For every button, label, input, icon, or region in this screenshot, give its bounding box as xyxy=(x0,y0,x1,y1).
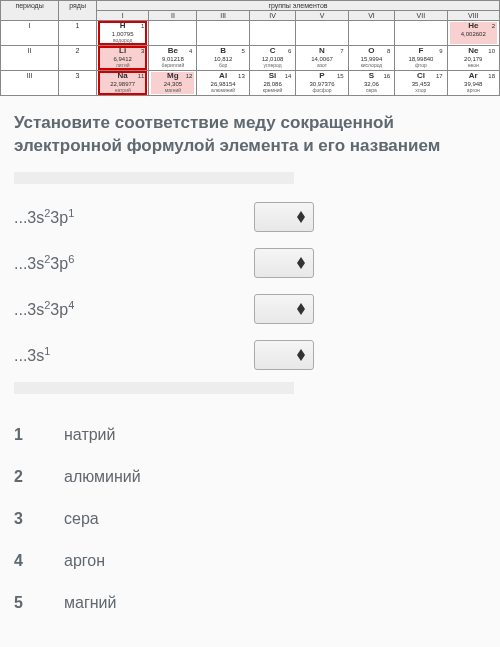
element-cell: 10Ne20,179неон xyxy=(447,46,499,71)
formula-text: ...3s23p4 xyxy=(14,299,254,319)
match-dropdown[interactable] xyxy=(254,340,314,370)
element-cell xyxy=(149,21,197,46)
element-cell: 13Al26,98154алюминий xyxy=(197,71,249,96)
row-cell: 1 xyxy=(59,21,97,46)
divider-bottom xyxy=(14,382,294,394)
svg-marker-5 xyxy=(297,309,305,315)
period-cell: I xyxy=(1,21,59,46)
periodic-table: периоды ряды группы элементов IIIIIIIVVV… xyxy=(0,0,500,96)
answer-number: 3 xyxy=(14,510,64,528)
period-cell: III xyxy=(1,71,59,96)
match-dropdown[interactable] xyxy=(254,248,314,278)
element-cell: 15P30,97376фосфор xyxy=(296,71,348,96)
answer-row: 3сера xyxy=(14,498,486,540)
match-dropdown[interactable] xyxy=(254,202,314,232)
col-rows: ряды xyxy=(59,1,97,21)
element-cell xyxy=(348,21,395,46)
answer-label: аргон xyxy=(64,552,105,570)
row-cell: 3 xyxy=(59,71,97,96)
element-cell: 2He4,002602 xyxy=(447,21,499,46)
element-cell: 14Si28,086кремний xyxy=(249,71,296,96)
element-cell: 1H1,00795водород xyxy=(97,21,149,46)
element-cell xyxy=(249,21,296,46)
answer-row: 4аргон xyxy=(14,540,486,582)
sort-icon xyxy=(297,349,305,361)
element-cell: 8O15,9994кислород xyxy=(348,46,395,71)
answer-label: магний xyxy=(64,594,116,612)
question-text: Установите соответствие меду сокращенной… xyxy=(0,96,500,168)
sort-icon xyxy=(297,211,305,223)
group-II: II xyxy=(149,11,197,21)
formula-text: ...3s23p6 xyxy=(14,253,254,273)
group-VI: VI xyxy=(348,11,395,21)
answer-label: алюминий xyxy=(64,468,141,486)
group-III: III xyxy=(197,11,249,21)
svg-marker-1 xyxy=(297,217,305,223)
answer-number: 1 xyxy=(14,426,64,444)
answer-row: 2алюминий xyxy=(14,456,486,498)
element-cell: 6C12,0108углерод xyxy=(249,46,296,71)
svg-marker-3 xyxy=(297,263,305,269)
group-VIII: VIII xyxy=(447,11,499,21)
divider-top xyxy=(14,172,294,184)
element-cell: 17Cl35,453хлор xyxy=(395,71,447,96)
answer-number: 2 xyxy=(14,468,64,486)
formula-row: ...3s23p4 xyxy=(0,286,500,332)
element-cell: 7N14,0067азот xyxy=(296,46,348,71)
group-V: V xyxy=(296,11,348,21)
group-VII: VII xyxy=(395,11,447,21)
period-cell: II xyxy=(1,46,59,71)
element-cell: 3Li6,9412литий xyxy=(97,46,149,71)
col-periods: периоды xyxy=(1,1,59,21)
answer-number: 4 xyxy=(14,552,64,570)
formula-row: ...3s23p6 xyxy=(0,240,500,286)
element-cell: 9F18,99840фтор xyxy=(395,46,447,71)
match-dropdown[interactable] xyxy=(254,294,314,324)
group-I: I xyxy=(97,11,149,21)
row-cell: 2 xyxy=(59,46,97,71)
group-title: группы элементов xyxy=(97,1,500,11)
sort-icon xyxy=(297,257,305,269)
element-cell: 18Ar39,948аргон xyxy=(447,71,499,96)
group-IV: IV xyxy=(249,11,296,21)
answer-label: сера xyxy=(64,510,99,528)
answer-row: 1натрий xyxy=(14,414,486,456)
formula-row: ...3s1 xyxy=(0,332,500,378)
answer-row: 5магний xyxy=(14,582,486,624)
answer-number: 5 xyxy=(14,594,64,612)
element-cell: 12Mg24,305магний xyxy=(149,71,197,96)
answer-label: натрий xyxy=(64,426,115,444)
svg-marker-7 xyxy=(297,355,305,361)
element-cell xyxy=(197,21,249,46)
formula-text: ...3s23p1 xyxy=(14,207,254,227)
element-cell: 11Na22,98977натрий xyxy=(97,71,149,96)
element-cell xyxy=(296,21,348,46)
element-cell: 5B10,812бор xyxy=(197,46,249,71)
element-cell: 16S32,06сера xyxy=(348,71,395,96)
sort-icon xyxy=(297,303,305,315)
element-cell: 4Be9,01218бериллий xyxy=(149,46,197,71)
element-cell xyxy=(395,21,447,46)
formula-text: ...3s1 xyxy=(14,345,254,365)
formula-row: ...3s23p1 xyxy=(0,194,500,240)
